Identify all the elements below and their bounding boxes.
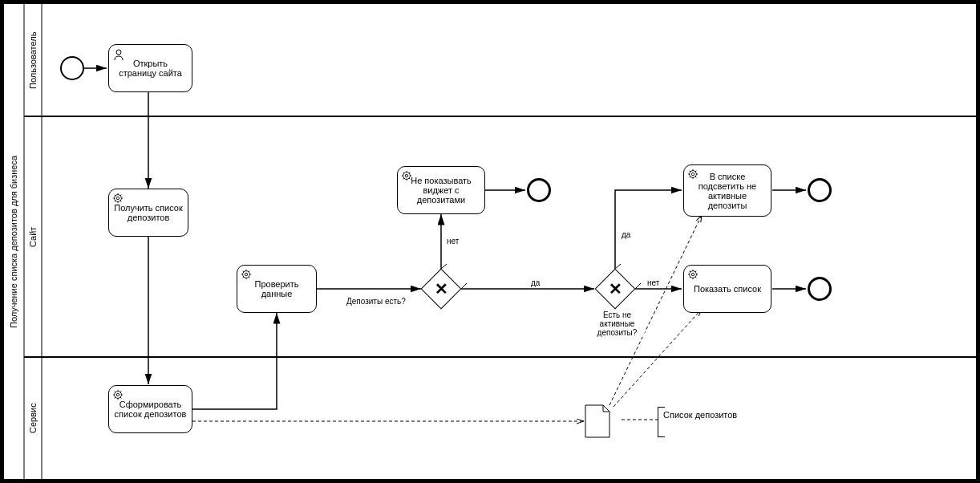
task-show-list[interactable]: Показать список [683, 265, 771, 313]
lane-service-label: Сервис [26, 357, 40, 479]
task-highlight-label: В списке подсветить не активные депозиты [689, 172, 766, 210]
edge-no-1: нет [445, 237, 460, 246]
edge-yes-1: да [529, 278, 541, 287]
user-icon [112, 48, 125, 63]
task-get-list[interactable]: Получить список депозитов [108, 189, 188, 237]
end-event-2[interactable] [808, 178, 832, 202]
svg-point-28 [691, 273, 695, 276]
svg-point-26 [691, 172, 695, 176]
bpmn-canvas: Получение списка депозитов для бизнеса П… [0, 0, 980, 483]
gear-icon [687, 168, 699, 181]
task-hide-widget-label: Не показывать виджет с депозитами [403, 176, 480, 205]
task-form-list-label: Сформировать список депозитов [114, 400, 187, 419]
gear-icon [241, 269, 252, 282]
exclusive-gateway-icon: ✕ [435, 279, 448, 298]
task-check-data-label: Проверить данные [242, 279, 311, 298]
gateway-has-deposits-label: Депозиты есть? [345, 297, 407, 306]
task-form-list[interactable]: Сформировать список депозитов [108, 385, 192, 433]
task-get-list-label: Получить список депозитов [114, 203, 183, 222]
edge-yes-2: да [620, 230, 632, 239]
gear-icon [687, 269, 699, 282]
svg-point-18 [116, 50, 121, 55]
task-check-data[interactable]: Проверить данные [237, 265, 317, 313]
gear-icon [401, 170, 412, 183]
task-show-list-label: Показать список [694, 284, 761, 294]
pool-label: Получение списка депозитов для бизнеса [6, 4, 22, 479]
end-event-3[interactable] [808, 277, 832, 301]
lane-user-label: Пользователь [26, 4, 40, 116]
task-hide-widget[interactable]: Не показывать виджет с депозитами [397, 166, 485, 214]
lane-site-label: Сайт [26, 116, 40, 357]
exclusive-gateway-icon: ✕ [609, 279, 622, 298]
svg-point-22 [245, 273, 248, 276]
gear-icon [112, 193, 124, 205]
edge-no-2: нет [646, 278, 661, 287]
annotation-deposit-list: Список депозитов [658, 407, 742, 437]
gateway-has-inactive-label: Есть не активные депозиты? [589, 310, 645, 337]
svg-point-24 [405, 174, 408, 177]
start-event[interactable] [60, 56, 84, 80]
end-event-1[interactable] [527, 178, 551, 202]
svg-point-20 [116, 197, 119, 200]
gear-icon [112, 389, 124, 402]
svg-point-30 [116, 393, 119, 396]
task-highlight-inactive[interactable]: В списке подсветить не активные депозиты [683, 164, 771, 217]
task-open-page[interactable]: Открыть страницу сайта [108, 44, 192, 92]
